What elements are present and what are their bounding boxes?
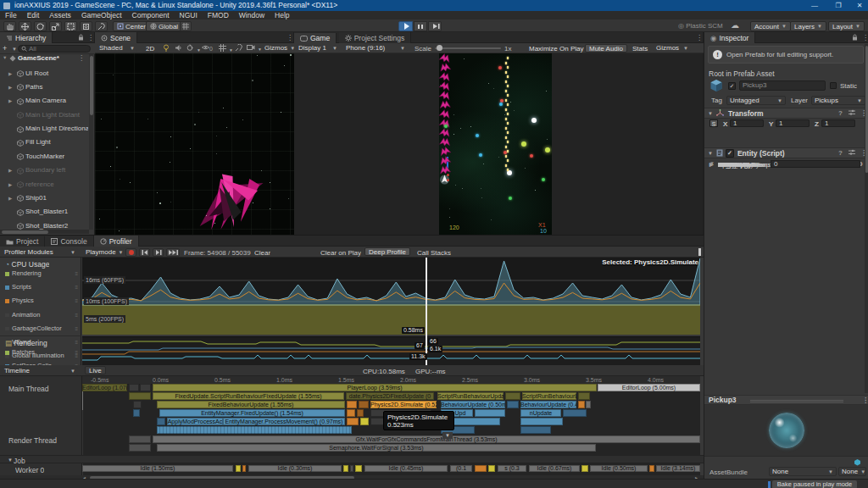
tab-scene[interactable]: Scene — [95, 32, 137, 43]
hierarchy-root-gamescene[interactable]: ▼GameScene*⋮ — [0, 54, 88, 62]
add-object-caret-icon[interactable]: ▼ — [12, 47, 17, 52]
timeline-span[interactable] — [359, 401, 369, 408]
play-button[interactable] — [398, 21, 413, 31]
tab-inspector[interactable]: ◉Inspector — [704, 32, 755, 43]
hierarchy-item-main-light-directiona[interactable]: Main Light Directiona — [0, 125, 88, 132]
record-button[interactable] — [125, 248, 136, 257]
status-message[interactable]: Bake paused in play mode — [772, 480, 857, 488]
hierarchy-item-shot-blaster1[interactable]: Shot_Blaster1 — [0, 208, 88, 215]
scene-fx-icon[interactable]: ▼ — [186, 44, 201, 53]
thread-label-render[interactable]: Render Thread — [8, 436, 57, 445]
rendering-chart[interactable] — [82, 336, 700, 365]
foldout-arrow-icon[interactable]: ▶ — [8, 70, 12, 77]
timeline-span[interactable]: PlayerLoop (3.59ms) — [153, 384, 597, 391]
inspector-menu-icon[interactable]: ⋮ — [862, 34, 868, 42]
transform-axis-toggle[interactable]: S — [709, 119, 718, 127]
timeline-span[interactable]: Gfx.WaitForGfxCommandsFromMainThread (3.… — [153, 435, 700, 443]
legend-animation[interactable]: Animation≡ — [0, 312, 81, 319]
timeline-span[interactable] — [475, 409, 505, 417]
menu-window[interactable]: Window — [234, 11, 270, 19]
next-frame-button[interactable] — [153, 248, 164, 257]
timeline-span[interactable] — [129, 435, 151, 443]
tab-profiler[interactable]: Profiler — [94, 236, 139, 247]
timeline-span[interactable] — [520, 426, 551, 434]
timeline-span[interactable]: EditorLoop (1.07ms) — [82, 384, 127, 391]
legend-rendering[interactable]: Rendering≡ — [0, 270, 81, 277]
close-button[interactable]: ✕ — [850, 0, 868, 11]
transform-tool-button[interactable] — [80, 21, 92, 31]
scene-menu-icon[interactable]: ⋮ — [287, 34, 293, 42]
timeline-span[interactable]: EntityManager.ProcessMovement() (0.97ms) — [223, 418, 345, 425]
mute-audio-button[interactable]: Mute Audio — [585, 44, 627, 53]
tab-console[interactable]: Console — [45, 236, 93, 247]
timeline-span[interactable] — [370, 418, 384, 425]
scene-camera-icon[interactable]: ▼ — [247, 44, 262, 53]
thread-label-main[interactable]: Main Thread — [8, 385, 49, 393]
timeline-span[interactable]: Semaphore.WaitForSignal (3.53ms) — [157, 444, 596, 452]
cpu-module-header[interactable]: ◔ CPU Usage — [5, 260, 49, 269]
timeline-span[interactable] — [350, 465, 353, 472]
timeline-span[interactable] — [157, 426, 352, 434]
move-tool-button[interactable] — [19, 21, 31, 31]
timeline-span[interactable]: ScriptRunBehaviourUpdate (0 — [437, 392, 504, 400]
preset-icon[interactable] — [849, 149, 855, 158]
hand-tool-button[interactable] — [3, 21, 16, 31]
transform-component-header[interactable]: ▼ Transform ? ⋮ — [704, 108, 868, 119]
transform-y-field[interactable]: 1 — [776, 119, 810, 127]
foldout-arrow-icon[interactable]: ▼ — [708, 111, 713, 116]
tab-hierarchy[interactable]: Hierarchy — [0, 32, 53, 43]
menu-assets[interactable]: Assets — [44, 11, 76, 19]
minimize-button[interactable]: — — [805, 0, 824, 11]
transform-x-field[interactable]: 1 — [730, 119, 764, 127]
timeline-span[interactable]: FixedUpdate.ScriptRunBehaviourFixedUpdat… — [153, 392, 344, 400]
preview-menu-icon[interactable]: ⋮ — [862, 396, 868, 404]
transform-z-field[interactable]: 1 — [821, 119, 855, 127]
timeline-span[interactable]: FixedBehaviourUpdate (1.55ms) — [157, 401, 345, 408]
hierarchy-item-shot-blaster2[interactable]: Shot_Blaster2 — [0, 223, 88, 230]
timeline-span[interactable] — [563, 409, 587, 417]
foldout-arrow-icon[interactable]: ▶ — [8, 181, 12, 188]
timeline-span[interactable]: Idle (3.14ms) — [656, 465, 700, 472]
timeline-span[interactable] — [343, 465, 348, 472]
foldout-arrow-icon[interactable]: ▼ — [709, 161, 715, 166]
scene-audio-icon[interactable] — [175, 44, 182, 53]
shading-mode-dropdown[interactable]: Shaded▼ — [97, 44, 137, 52]
timeline-span[interactable] — [505, 392, 520, 400]
timeline-span[interactable] — [507, 401, 519, 408]
preview-drag-handle[interactable] — [750, 400, 843, 401]
menu-ngui[interactable]: NGUI — [175, 11, 203, 19]
legend-physics[interactable]: Physics≡ — [0, 297, 81, 304]
hierarchy-scrollbar[interactable] — [89, 54, 93, 230]
hierarchy-item-ui-root[interactable]: ▶UI Root — [0, 70, 88, 77]
profiler-modules-dropdown[interactable]: Profiler Modules▼ — [2, 248, 78, 257]
account-dropdown[interactable]: Account▼ — [750, 21, 791, 31]
job-group-row[interactable]: ▼ Job — [0, 455, 704, 463]
scene-visibility-icon[interactable]: 0 — [202, 44, 213, 52]
foldout-arrow-icon[interactable]: ▶ — [8, 97, 12, 104]
hierarchy-item-touchmarker[interactable]: TouchMarker — [0, 153, 88, 160]
gameobject-name-field[interactable]: Pickup3 — [739, 80, 826, 91]
help-icon[interactable]: ? — [838, 149, 843, 157]
timeline-span[interactable] — [475, 465, 487, 472]
timeline-span[interactable] — [347, 409, 355, 417]
timeline-span[interactable] — [140, 384, 151, 391]
foldout-arrow-icon[interactable]: ▶ — [8, 167, 12, 174]
pause-button[interactable] — [414, 21, 427, 31]
component-enabled-checkbox[interactable]: ✓ — [726, 149, 734, 158]
hierarchy-item-main-camera[interactable]: ▶Main Camera — [0, 97, 88, 104]
menu-edit[interactable]: Edit — [22, 11, 45, 19]
layers-dropdown[interactable]: Layers▼ — [790, 21, 826, 31]
scrollbar-thumb[interactable] — [865, 46, 868, 173]
pivot-toggle[interactable]: Center — [113, 21, 150, 31]
timeline-span[interactable]: date.Physics2DFixedUpdate (0 — [346, 392, 434, 400]
timeline-span[interactable] — [347, 401, 357, 408]
timeline-span[interactable]: s (0.3 — [498, 465, 526, 472]
rendering-module-header[interactable]: ▤ Rendering — [5, 339, 47, 347]
timeline-span[interactable]: EntityManager.FixedUpdate() (1.54ms) — [159, 409, 345, 417]
prev-frame-button[interactable] — [139, 248, 150, 257]
timeline-span[interactable]: Physics2D.Simulate (0.52ms) — [370, 401, 437, 408]
legend-scripts[interactable]: Scripts≡ — [0, 284, 81, 291]
current-frame-button[interactable] — [166, 248, 180, 257]
assetbundle-icon[interactable] — [854, 458, 861, 466]
rect-tool-button[interactable] — [64, 21, 77, 31]
